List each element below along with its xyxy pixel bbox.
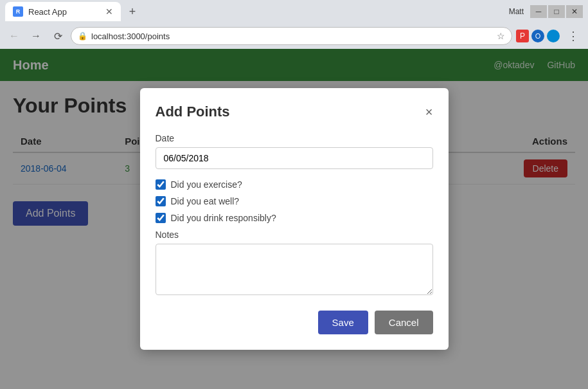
close-button[interactable]: ✕ bbox=[566, 5, 583, 18]
exercise-checkbox-row: Did you exercise? bbox=[156, 179, 433, 190]
eat-well-checkbox[interactable] bbox=[156, 196, 166, 206]
tab-title: React App bbox=[28, 7, 100, 17]
url-bar[interactable]: 🔒 localhost:3000/points ☆ bbox=[71, 27, 512, 45]
bookmark-icon[interactable]: ☆ bbox=[497, 31, 505, 41]
extensions-area: P O bbox=[516, 30, 560, 42]
window-user-label: Matt bbox=[509, 7, 524, 16]
modal-title: Add Points bbox=[156, 104, 230, 120]
back-button[interactable]: ← bbox=[5, 27, 23, 45]
modal-dialog: Add Points × Date Did you exercise? Did … bbox=[140, 88, 449, 350]
eat-well-label: Did you eat well? bbox=[171, 196, 240, 206]
tab-close-icon[interactable]: ✕ bbox=[105, 7, 113, 16]
save-button[interactable]: Save bbox=[318, 311, 368, 334]
eat-well-checkbox-row: Did you eat well? bbox=[156, 196, 433, 206]
extension-icon-2[interactable]: O bbox=[531, 30, 544, 42]
extension-icon-3[interactable] bbox=[547, 30, 560, 42]
tab-favicon: R bbox=[13, 6, 23, 17]
window-controls: Matt ─ □ ✕ bbox=[509, 5, 583, 18]
drink-responsibly-checkbox-row: Did you drink responsibly? bbox=[156, 213, 433, 223]
browser-tab[interactable]: R React App ✕ bbox=[5, 2, 121, 21]
forward-button[interactable]: → bbox=[27, 27, 45, 45]
modal-footer: Save Cancel bbox=[156, 311, 433, 334]
url-text: localhost:3000/points bbox=[91, 32, 493, 41]
notes-label: Notes bbox=[156, 230, 433, 240]
modal-overlay: Add Points × Date Did you exercise? Did … bbox=[0, 49, 588, 389]
reload-button[interactable]: ⟳ bbox=[49, 27, 67, 45]
maximize-button[interactable]: □ bbox=[548, 5, 565, 18]
cancel-button[interactable]: Cancel bbox=[375, 311, 433, 334]
notes-textarea[interactable] bbox=[156, 244, 433, 295]
app-content: Home @oktadev GitHub Your Points Date Po… bbox=[0, 49, 588, 389]
browser-window: R React App ✕ + Matt ─ □ ✕ ← → ⟳ 🔒 local… bbox=[0, 0, 588, 389]
date-input[interactable] bbox=[156, 147, 433, 169]
modal-header: Add Points × bbox=[156, 104, 433, 120]
drink-responsibly-checkbox[interactable] bbox=[156, 213, 166, 223]
browser-menu-icon[interactable]: ⋮ bbox=[564, 28, 583, 44]
address-bar: ← → ⟳ 🔒 localhost:3000/points ☆ P O ⋮ bbox=[0, 23, 588, 49]
minimize-button[interactable]: ─ bbox=[530, 5, 547, 18]
date-field-label: Date bbox=[156, 133, 433, 143]
lock-icon: 🔒 bbox=[78, 32, 87, 41]
new-tab-button[interactable]: + bbox=[123, 3, 141, 21]
extension-icon-1[interactable]: P bbox=[516, 30, 529, 42]
exercise-label: Did you exercise? bbox=[171, 179, 242, 190]
drink-responsibly-label: Did you drink responsibly? bbox=[171, 213, 276, 223]
exercise-checkbox[interactable] bbox=[156, 179, 166, 190]
title-bar: R React App ✕ + Matt ─ □ ✕ bbox=[0, 0, 588, 23]
modal-close-button[interactable]: × bbox=[425, 105, 433, 118]
